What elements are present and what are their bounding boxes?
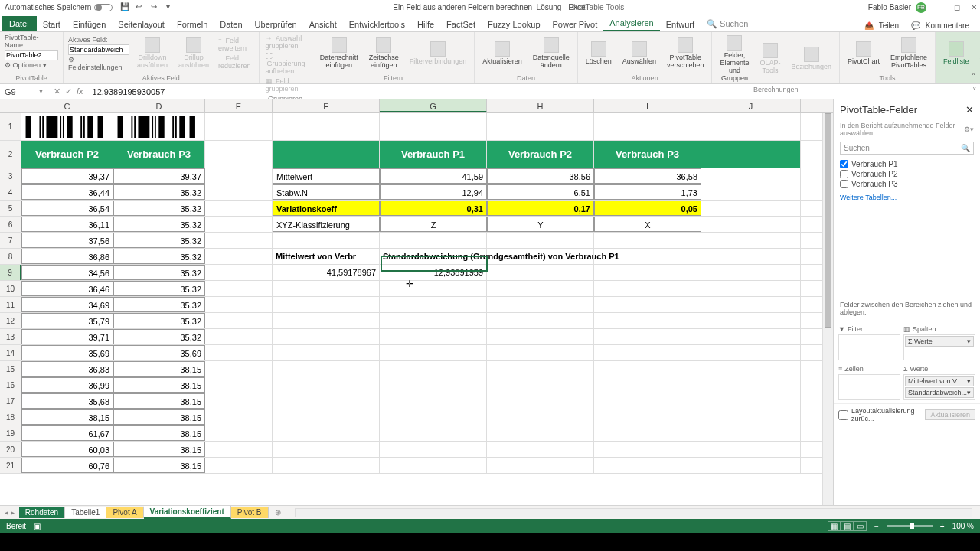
row-header[interactable]: 11 xyxy=(0,297,21,312)
cell[interactable] xyxy=(701,201,801,216)
cell[interactable] xyxy=(487,393,594,409)
sheet-tab-pivota[interactable]: Pivot A xyxy=(106,507,143,518)
cell[interactable] xyxy=(594,113,701,140)
cell[interactable] xyxy=(205,442,273,457)
cell[interactable]: 60,76 xyxy=(21,458,113,473)
cell[interactable]: 35,32 xyxy=(113,329,205,344)
add-sheet-icon[interactable]: ⊕ xyxy=(269,508,287,517)
area-rows-box[interactable] xyxy=(838,374,900,400)
cell[interactable] xyxy=(701,113,801,140)
sheet-tab-tabelle1[interactable]: Tabelle1 xyxy=(65,507,106,518)
sheet-tab-variationskoeff[interactable]: Variationskoeffizient xyxy=(144,506,231,519)
cell[interactable]: Variationskoeff xyxy=(273,201,380,216)
enter-formula-icon[interactable]: ✓ xyxy=(65,86,72,96)
tab-nav-prev[interactable]: ◂ ▸ xyxy=(0,508,19,517)
cell[interactable] xyxy=(380,425,487,441)
cell[interactable] xyxy=(205,281,273,296)
cell[interactable] xyxy=(701,233,801,248)
zoom-in-icon[interactable]: + xyxy=(940,522,945,530)
cell[interactable] xyxy=(701,458,801,473)
cell[interactable] xyxy=(380,313,487,328)
cell[interactable]: 35,32 xyxy=(113,281,205,296)
row-header[interactable]: 9 xyxy=(0,265,21,280)
cell[interactable]: 38,15 xyxy=(113,458,205,473)
cell[interactable] xyxy=(380,458,487,473)
formula-input[interactable]: 12,9389195930057 xyxy=(90,87,969,96)
cell[interactable]: 39,71 xyxy=(21,329,113,344)
cell[interactable]: 12,93891959 xyxy=(380,265,487,280)
cell[interactable]: 39,37 xyxy=(21,168,113,184)
field-settings-button[interactable]: ⚙ Feldeinstellungen xyxy=(68,56,129,71)
cell[interactable] xyxy=(273,233,380,248)
cell[interactable] xyxy=(701,425,801,441)
cell[interactable]: 34,56 xyxy=(21,265,113,280)
cell[interactable] xyxy=(594,409,701,425)
cell[interactable]: Standardabweichung (Grundgesamtheit) von… xyxy=(380,249,487,264)
vertical-scrollbar[interactable] xyxy=(822,113,833,505)
tab-fuzzy[interactable]: Fuzzy Lookup xyxy=(482,18,546,31)
collapse-ribbon-icon[interactable]: ˄ xyxy=(972,72,975,80)
cell[interactable] xyxy=(380,442,487,457)
cell[interactable] xyxy=(273,442,380,457)
cell[interactable] xyxy=(487,409,594,425)
tab-factset[interactable]: FactSet xyxy=(440,18,482,31)
tab-search[interactable]: 🔍 Suchen xyxy=(701,17,754,31)
cell[interactable]: Verbrauch P2 xyxy=(21,141,113,168)
cell[interactable]: 36,46 xyxy=(21,281,113,296)
cell[interactable] xyxy=(594,361,701,377)
refresh-button[interactable]: Aktualisieren xyxy=(479,40,525,67)
cell[interactable] xyxy=(487,297,594,312)
col-header-c[interactable]: C xyxy=(21,99,113,112)
row-header[interactable]: 20 xyxy=(0,442,21,457)
autosave-toggle[interactable]: Automatisches Speichern xyxy=(5,3,113,11)
row-header[interactable]: 15 xyxy=(0,361,21,377)
cell[interactable] xyxy=(380,281,487,296)
maximize-icon[interactable]: ◻ xyxy=(954,3,960,11)
cell[interactable]: 36,58 xyxy=(594,168,701,184)
sheet-tab-pivotb[interactable]: Pivot B xyxy=(231,507,269,518)
cell[interactable] xyxy=(273,113,380,140)
col-header-g[interactable]: G xyxy=(380,99,487,112)
cell[interactable] xyxy=(701,345,801,360)
cell[interactable] xyxy=(205,393,273,409)
cell[interactable]: 35,32 xyxy=(113,201,205,216)
cell[interactable] xyxy=(594,377,701,393)
cell[interactable]: 0,17 xyxy=(487,201,594,216)
move-button[interactable]: PivotTable verschieben xyxy=(664,36,707,71)
cell[interactable] xyxy=(273,329,380,344)
row-header[interactable]: 19 xyxy=(0,425,21,441)
cell[interactable]: 36,11 xyxy=(21,217,113,232)
row-header[interactable]: 13 xyxy=(0,329,21,344)
cell[interactable] xyxy=(487,113,594,140)
col-header-i[interactable]: I xyxy=(594,99,701,112)
cell[interactable]: 35,79 xyxy=(21,313,113,328)
cell[interactable] xyxy=(701,393,801,409)
ribbon-mode-icon[interactable]: ▭ xyxy=(918,3,925,11)
row-header[interactable]: 3 xyxy=(0,168,21,184)
cell[interactable] xyxy=(205,458,273,473)
area-filter-box[interactable] xyxy=(838,334,900,360)
cell[interactable]: Mittelwert xyxy=(273,168,380,184)
tab-data[interactable]: Daten xyxy=(214,18,248,31)
cell[interactable] xyxy=(487,377,594,393)
cell[interactable] xyxy=(205,141,273,168)
tab-design[interactable]: Entwurf xyxy=(660,18,701,31)
cell[interactable] xyxy=(594,442,701,457)
qat-more-icon[interactable]: ▾ xyxy=(166,2,177,13)
cell[interactable] xyxy=(380,377,487,393)
cell[interactable] xyxy=(487,233,594,248)
cell[interactable] xyxy=(594,233,701,248)
cell[interactable]: 38,56 xyxy=(487,168,594,184)
sheet-tab-rohdaten[interactable]: Rohdaten xyxy=(19,507,65,518)
cell[interactable]: 38,15 xyxy=(113,393,205,409)
cell[interactable]: 38,15 xyxy=(113,377,205,393)
cell[interactable]: 38,15 xyxy=(113,425,205,441)
cell[interactable] xyxy=(205,168,273,184)
cell[interactable] xyxy=(487,281,594,296)
col-header-j[interactable]: J xyxy=(701,99,801,112)
tab-review[interactable]: Überprüfen xyxy=(249,18,303,31)
cell[interactable] xyxy=(594,393,701,409)
cell[interactable] xyxy=(273,458,380,473)
zoom-slider[interactable] xyxy=(887,525,933,527)
cell[interactable] xyxy=(205,345,273,360)
